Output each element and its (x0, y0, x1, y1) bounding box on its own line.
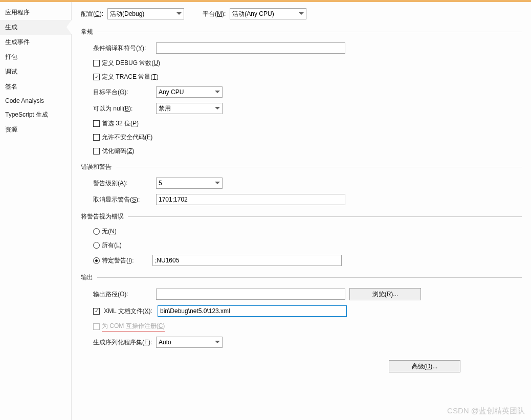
suppress-warn-input[interactable] (156, 194, 345, 205)
output-path-input[interactable] (156, 289, 345, 300)
group-output-title: 输出 (81, 273, 93, 282)
sidebar-item-code-analysis[interactable]: Code Analysis (0, 94, 71, 107)
com-interop-label: 为 COM 互操作注册(C) (102, 322, 165, 331)
group-errors-title: 错误和警告 (81, 163, 112, 171)
cond-symbols-label: 条件编译和符号(Y): (93, 44, 152, 53)
warn-level-select[interactable]: 5 (156, 178, 223, 189)
sidebar-item-app[interactable]: 应用程序 (0, 5, 71, 20)
sidebar-item-build-events[interactable]: 生成事件 (0, 35, 71, 50)
config-select[interactable]: 活动(Debug) (107, 8, 184, 19)
warn-none-label: 无(N) (102, 227, 117, 236)
platform-select[interactable]: 活动(Any CPU) (230, 8, 306, 19)
trace-const-label: 定义 TRACE 常量(T) (102, 73, 159, 81)
sidebar-item-package[interactable]: 打包 (0, 50, 71, 64)
sidebar-item-typescript[interactable]: TypeScript 生成 (0, 107, 71, 122)
sidebar: 应用程序 生成 生成事件 打包 调试 签名 Code Analysis Type… (0, 2, 72, 420)
debug-const-label: 定义 DEBUG 常数(U) (102, 59, 160, 68)
warn-specific-label: 特定警告(I): (102, 256, 150, 265)
warn-all-label: 所有(L) (102, 241, 122, 250)
warn-level-label: 警告级别(A): (93, 179, 152, 188)
browse-button[interactable]: 浏览(R)... (349, 288, 421, 300)
nullable-label: 可以为 null(B): (93, 104, 152, 113)
sidebar-item-debug[interactable]: 调试 (0, 64, 71, 79)
warn-specific-input[interactable] (152, 255, 342, 266)
xml-doc-input[interactable] (158, 305, 347, 317)
target-platform-label: 目标平台(G): (93, 88, 152, 97)
unsafe-code-label: 允许不安全代码(F) (102, 133, 152, 142)
trace-const-checkbox[interactable]: ✓ (93, 74, 100, 80)
main-panel: 配置(C): 活动(Debug) 平台(M): 活动(Any CPU) 常规 条… (72, 2, 531, 420)
prefer-32-label: 首选 32 位(P) (102, 119, 139, 128)
warn-all-radio[interactable] (93, 242, 100, 249)
config-label: 配置(C): (81, 10, 103, 18)
sidebar-item-resources[interactable]: 资源 (0, 122, 71, 137)
watermark: CSDN @蓝创精英团队 (447, 406, 525, 416)
serialization-label: 生成序列化程序集(E): (93, 338, 152, 347)
com-interop-checkbox (93, 323, 100, 330)
optimize-label: 优化编码(Z) (102, 147, 134, 156)
advanced-button[interactable]: 高级(D)... (389, 360, 460, 372)
warn-specific-radio[interactable] (93, 257, 100, 264)
xml-doc-label: XML 文档文件(X): (104, 307, 153, 316)
serialization-select[interactable]: Auto (156, 337, 223, 348)
cond-symbols-input[interactable] (156, 42, 345, 54)
prefer-32-checkbox[interactable] (93, 120, 100, 127)
nullable-select[interactable]: 禁用 (156, 103, 223, 114)
warn-none-radio[interactable] (93, 228, 100, 235)
unsafe-code-checkbox[interactable] (93, 134, 100, 141)
sidebar-item-signing[interactable]: 签名 (0, 79, 71, 94)
platform-label: 平台(M): (203, 10, 226, 18)
group-warn-err-title: 将警告视为错误 (81, 212, 124, 221)
target-platform-select[interactable]: Any CPU (156, 86, 223, 98)
sidebar-item-build[interactable]: 生成 (0, 20, 71, 35)
debug-const-checkbox[interactable] (93, 60, 100, 67)
xml-doc-checkbox[interactable]: ✓ (93, 308, 100, 315)
suppress-warn-label: 取消显示警告(S): (93, 195, 152, 204)
group-general-title: 常规 (81, 28, 93, 36)
optimize-checkbox[interactable] (93, 148, 100, 154)
output-path-label: 输出路径(O): (93, 290, 152, 299)
